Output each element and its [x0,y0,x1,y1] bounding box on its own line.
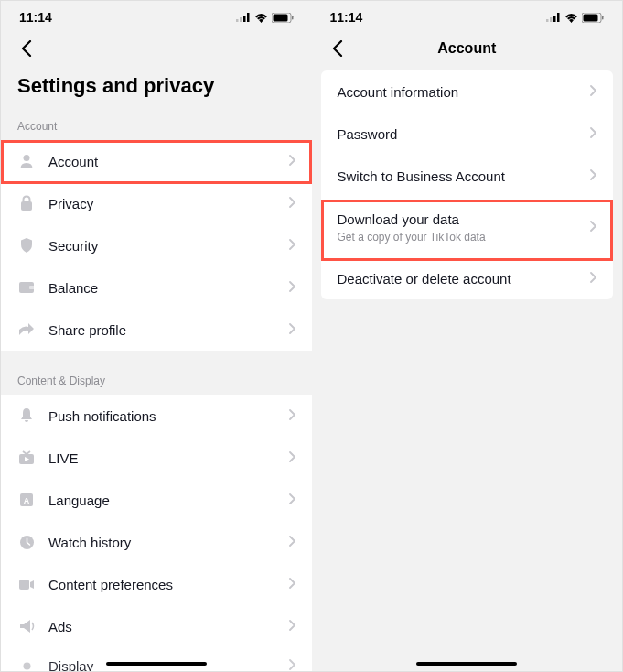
svg-rect-20 [557,13,560,22]
chevron-right-icon [289,237,295,254]
section-header-account: Account [1,113,312,140]
cellular-icon [236,13,251,22]
chevron-right-icon [289,618,295,634]
settings-item-account[interactable]: Account [1,140,312,182]
wallet-icon [17,278,36,297]
section-header-content: Content & Display [1,367,312,395]
chevron-right-icon [590,168,596,184]
home-indicator[interactable] [416,662,517,666]
chevron-right-icon [590,270,596,287]
settings-item-ads[interactable]: Ads [1,605,312,647]
settings-item-balance[interactable]: Balance [1,266,312,309]
wifi-icon [564,13,578,23]
status-bar: 11:14 [1,1,312,30]
svg-rect-10 [29,286,35,289]
account-settings-list: Account information Password Switch to B… [321,70,614,299]
svg-rect-23 [602,16,604,19]
status-bar: 11:14 [312,1,623,30]
svg-text:A: A [24,496,30,505]
chevron-right-icon [289,492,295,508]
item-label: Switch to Business Account [338,168,591,184]
lock-icon [17,194,36,212]
back-button[interactable] [16,38,38,60]
svg-point-16 [23,662,30,669]
svg-rect-22 [584,14,598,21]
svg-rect-2 [243,16,246,22]
item-label: Watch history [48,535,289,550]
chevron-left-icon [332,40,343,57]
home-indicator[interactable] [106,662,207,666]
language-icon: A [17,491,36,509]
account-item-deactivate[interactable]: Deactivate or delete account [321,257,614,299]
account-item-download-data[interactable]: Download your data Get a copy of your Ti… [321,197,614,257]
item-sublabel: Get a copy of your TikTok data [338,231,591,244]
svg-rect-19 [553,16,556,22]
settings-item-language[interactable]: A Language [1,479,312,521]
item-label: Deactivate or delete account [338,271,591,287]
svg-rect-8 [21,201,32,211]
item-label: Content preferences [48,577,289,592]
status-icons [236,13,294,23]
status-time: 11:14 [330,10,363,25]
chevron-right-icon [289,321,295,338]
chevron-right-icon [590,219,596,235]
battery-icon [272,13,294,23]
item-label: Share profile [48,322,289,338]
account-item-switch-business[interactable]: Switch to Business Account [321,155,614,197]
item-label: Account information [338,84,591,100]
account-item-account-information[interactable]: Account information [321,70,614,113]
settings-item-privacy[interactable]: Privacy [1,182,312,224]
settings-item-security[interactable]: Security [1,224,312,266]
item-label: Security [48,238,289,254]
settings-item-push-notifications[interactable]: Push notifications [1,395,312,437]
video-icon [17,575,36,593]
item-label: LIVE [48,450,289,466]
tv-icon [17,449,36,467]
chevron-left-icon [21,40,32,57]
item-label: Ads [48,619,289,634]
chevron-right-icon [289,657,295,671]
svg-rect-17 [546,19,549,22]
back-button[interactable] [327,38,349,60]
item-label: Password [338,126,591,142]
status-icons [546,13,604,23]
account-item-password[interactable]: Password [321,113,614,155]
share-icon [17,320,36,339]
item-label: Balance [48,280,289,296]
item-label: Download your data [338,211,591,227]
chevron-right-icon [289,450,295,466]
megaphone-icon [17,617,36,635]
bell-icon [17,406,36,425]
svg-rect-5 [273,14,287,21]
svg-rect-3 [247,13,250,22]
svg-rect-18 [550,17,553,22]
item-label: Account [48,154,289,169]
item-label: Push notifications [48,408,289,424]
svg-rect-1 [240,17,242,22]
settings-item-content-preferences[interactable]: Content preferences [1,563,312,605]
person-icon [17,152,36,170]
chevron-right-icon [289,576,295,592]
chevron-right-icon [590,83,596,100]
content-section: Push notifications LIVE A Language Watch… [1,395,312,671]
chevron-right-icon [590,125,596,142]
shield-icon [17,236,36,255]
settings-item-watch-history[interactable]: Watch history [1,521,312,563]
chevron-right-icon [289,153,295,169]
chevron-right-icon [289,279,295,296]
settings-item-live[interactable]: LIVE [1,437,312,479]
cellular-icon [546,13,561,22]
chevron-right-icon [289,407,295,424]
svg-rect-15 [19,580,29,590]
account-section: Account Privacy Security Balance [1,140,312,351]
nav-title: Account [349,40,586,57]
display-icon [17,656,36,671]
item-label: Language [48,493,289,508]
chevron-right-icon [289,195,295,211]
chevron-right-icon [289,534,295,550]
settings-item-display[interactable]: Display [1,647,312,671]
settings-item-share-profile[interactable]: Share profile [1,309,312,351]
nav-bar [1,30,312,67]
battery-icon [582,13,604,23]
status-time: 11:14 [19,10,52,25]
